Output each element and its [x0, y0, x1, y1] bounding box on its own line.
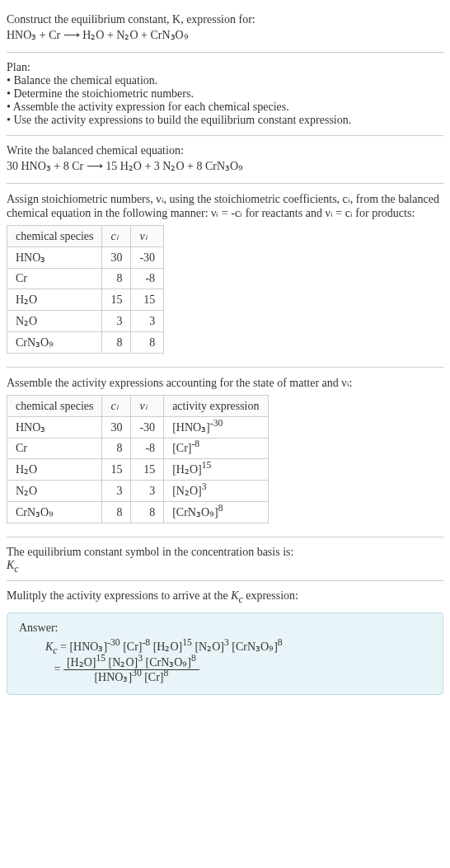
- divider: [7, 537, 443, 537]
- cell-vi: -30: [131, 417, 164, 439]
- plan-bullet-1: • Balance the chemical equation.: [7, 74, 443, 87]
- cell-species: Cr: [7, 269, 102, 289]
- cell-species: Cr: [7, 439, 102, 459]
- col-species: chemical species: [7, 226, 102, 247]
- kc-frac-line: = [H₂O]15 [N₂O]3 [CrN₃O₉]8 [HNO₃]30 [Cr]…: [45, 655, 431, 684]
- cell-species: H₂O: [7, 459, 102, 481]
- plan-bullet-3: • Assemble the activity expression for e…: [7, 101, 443, 114]
- multiply-text: Mulitply the activity expressions to arr…: [7, 589, 443, 603]
- table-header-row: chemical species cᵢ νᵢ activity expressi…: [7, 396, 269, 417]
- table-header-row: chemical species cᵢ νᵢ: [7, 226, 164, 247]
- assign-text: Assign stoichiometric numbers, νᵢ, using…: [7, 192, 443, 220]
- cell-activity-expr: [HNO₃]-30: [164, 417, 268, 439]
- cell-activity-expr: [Cr]-8: [164, 439, 268, 459]
- divider: [7, 183, 443, 184]
- cell-species: N₂O: [7, 481, 102, 502]
- cell-vi: 15: [131, 459, 164, 481]
- table-row: HNO₃ 30 -30 [HNO₃]-30: [7, 417, 269, 439]
- cell-species: HNO₃: [7, 417, 102, 439]
- intro-text: Construct the equilibrium constant, K, e…: [7, 13, 443, 26]
- cell-activity-expr: [H₂O]15: [164, 459, 268, 481]
- cell-ci: 15: [102, 459, 131, 481]
- cell-vi: 3: [131, 481, 164, 502]
- cell-species: H₂O: [7, 289, 102, 311]
- cell-vi: 3: [131, 311, 164, 332]
- stoich-table: chemical species cᵢ νᵢ HNO₃ 30 -30 Cr 8 …: [7, 225, 164, 354]
- cell-vi: -30: [131, 247, 164, 269]
- table-row: CrN₃O₉ 8 8: [7, 332, 164, 354]
- fraction: [H₂O]15 [N₂O]3 [CrN₃O₉]8 [HNO₃]30 [Cr]8: [63, 655, 199, 684]
- table-row: H₂O 15 15: [7, 289, 164, 311]
- plan-heading: Plan:: [7, 61, 443, 74]
- activity-section: Assemble the activity expressions accoun…: [7, 371, 443, 533]
- cell-vi: -8: [131, 269, 164, 289]
- cell-vi: -8: [131, 439, 164, 459]
- answer-box: Answer: Kc = [HNO₃]-30 [Cr]-8 [H₂O]15 [N…: [7, 612, 443, 695]
- cell-ci: 30: [102, 417, 131, 439]
- intro-equation: HNO₃ + Cr ⟶ H₂O + N₂O + CrN₃O₉: [7, 28, 443, 42]
- col-vi: νᵢ: [131, 226, 164, 247]
- table-row: CrN₃O₉ 8 8 [CrN₃O₉]8: [7, 502, 269, 523]
- col-ci: cᵢ: [102, 226, 131, 247]
- assign-section: Assign stoichiometric numbers, νᵢ, using…: [7, 187, 443, 364]
- cell-ci: 8: [102, 269, 131, 289]
- table-row: H₂O 15 15 [H₂O]15: [7, 459, 269, 481]
- activity-text: Assemble the activity expressions accoun…: [7, 376, 443, 390]
- col-activity-expression: activity expression: [164, 396, 268, 417]
- table-row: N₂O 3 3: [7, 311, 164, 332]
- cell-vi: 8: [131, 332, 164, 354]
- table-row: HNO₃ 30 -30: [7, 247, 164, 269]
- divider: [7, 135, 443, 136]
- cell-species: N₂O: [7, 311, 102, 332]
- plan-bullet-4: • Use the activity expressions to build …: [7, 114, 443, 127]
- table-row: N₂O 3 3 [N₂O]3: [7, 481, 269, 502]
- divider: [7, 367, 443, 368]
- cell-species: CrN₃O₉: [7, 332, 102, 354]
- cell-ci: 15: [102, 289, 131, 311]
- cell-ci: 3: [102, 311, 131, 332]
- table-row: Cr 8 -8: [7, 269, 164, 289]
- divider: [7, 52, 443, 53]
- cell-species: HNO₃: [7, 247, 102, 269]
- intro-section: Construct the equilibrium constant, K, e…: [7, 7, 443, 49]
- cell-ci: 3: [102, 481, 131, 502]
- answer-label: Answer:: [19, 622, 431, 635]
- plan-bullet-2: • Determine the stoichiometric numbers.: [7, 87, 443, 101]
- table-row: Cr 8 -8 [Cr]-8: [7, 439, 269, 459]
- balanced-heading: Write the balanced chemical equation:: [7, 144, 443, 157]
- balanced-section: Write the balanced chemical equation: 30…: [7, 139, 443, 180]
- cell-vi: 15: [131, 289, 164, 311]
- cell-ci: 8: [102, 502, 131, 523]
- cell-activity-expr: [CrN₃O₉]8: [164, 502, 268, 523]
- col-species: chemical species: [7, 396, 102, 417]
- col-vi: νᵢ: [131, 396, 164, 417]
- divider: [7, 580, 443, 581]
- answer-expression: Kc = [HNO₃]-30 [Cr]-8 [H₂O]15 [N₂O]3 [Cr…: [45, 640, 431, 684]
- kc-flat-line: Kc = [HNO₃]-30 [Cr]-8 [H₂O]15 [N₂O]3 [Cr…: [45, 640, 431, 654]
- multiply-section: Mulitply the activity expressions to arr…: [7, 584, 443, 608]
- cell-species: CrN₃O₉: [7, 502, 102, 523]
- cell-ci: 30: [102, 247, 131, 269]
- cell-ci: 8: [102, 332, 131, 354]
- fraction-denominator: [HNO₃]30 [Cr]8: [63, 670, 199, 684]
- col-ci: cᵢ: [102, 396, 131, 417]
- plan-section: Plan: • Balance the chemical equation. •…: [7, 56, 443, 132]
- symbol-kc: Kc: [7, 559, 443, 572]
- activity-table: chemical species cᵢ νᵢ activity expressi…: [7, 395, 269, 523]
- balanced-equation: 30 HNO₃ + 8 Cr ⟶ 15 H₂O + 3 N₂O + 8 CrN₃…: [7, 159, 443, 173]
- cell-activity-expr: [N₂O]3: [164, 481, 268, 502]
- cell-vi: 8: [131, 502, 164, 523]
- symbol-section: The equilibrium constant symbol in the c…: [7, 541, 443, 577]
- cell-ci: 8: [102, 439, 131, 459]
- symbol-text: The equilibrium constant symbol in the c…: [7, 546, 443, 559]
